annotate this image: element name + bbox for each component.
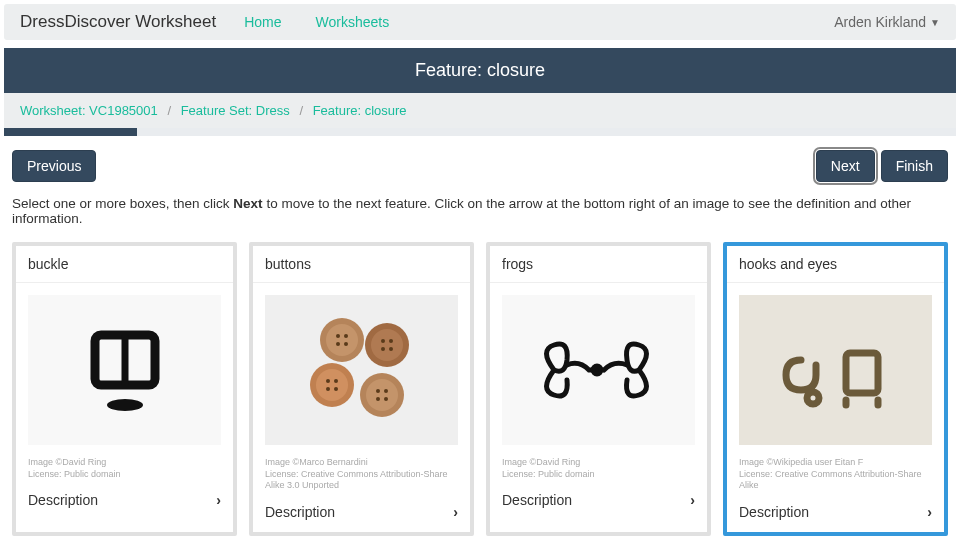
card-header: hooks and eyes (727, 246, 944, 283)
frogs-icon (519, 315, 679, 425)
svg-point-6 (371, 329, 403, 361)
svg-rect-29 (846, 353, 878, 393)
svg-point-26 (384, 397, 388, 401)
svg-point-16 (389, 339, 393, 343)
svg-point-13 (336, 342, 340, 346)
nav-button-row: Previous Next Finish (12, 150, 948, 182)
buckle-icon (65, 310, 185, 430)
feature-card-buckle[interactable]: buckle Image ©David Ring License: Public… (12, 242, 237, 536)
card-credit: Image ©David Ring License: Public domain (490, 457, 707, 484)
svg-point-4 (326, 324, 358, 356)
svg-point-28 (807, 392, 819, 404)
chevron-right-icon: › (927, 504, 932, 520)
card-image (16, 283, 233, 457)
svg-point-17 (381, 347, 385, 351)
card-credit: Image ©Wikipedia user Eitan F License: C… (727, 457, 944, 496)
description-toggle[interactable]: Description › (253, 496, 470, 532)
feature-card-buttons[interactable]: buttons (249, 242, 474, 536)
svg-point-20 (334, 379, 338, 383)
card-credit: Image ©David Ring License: Public domain (16, 457, 233, 484)
card-header: frogs (490, 246, 707, 283)
breadcrumb-featureset[interactable]: Feature Set: Dress (181, 103, 290, 118)
instructions: Select one or more boxes, then click Nex… (12, 196, 948, 226)
hooks-eyes-icon (761, 310, 911, 430)
card-header: buckle (16, 246, 233, 283)
svg-point-27 (593, 366, 601, 374)
svg-point-21 (326, 387, 330, 391)
breadcrumb-sep: / (299, 103, 303, 118)
buttons-icon (287, 295, 437, 445)
description-toggle[interactable]: Description › (727, 496, 944, 532)
nav-worksheets[interactable]: Worksheets (316, 14, 390, 30)
user-name: Arden Kirkland (834, 14, 926, 30)
svg-point-23 (376, 389, 380, 393)
svg-point-24 (384, 389, 388, 393)
svg-point-2 (107, 399, 143, 411)
chevron-right-icon: › (216, 492, 221, 508)
chevron-right-icon: › (690, 492, 695, 508)
breadcrumb-feature[interactable]: Feature: closure (313, 103, 407, 118)
feature-banner: Feature: closure (4, 48, 956, 93)
description-toggle[interactable]: Description › (490, 484, 707, 520)
svg-point-10 (366, 379, 398, 411)
svg-point-8 (316, 369, 348, 401)
svg-point-19 (326, 379, 330, 383)
svg-point-14 (344, 342, 348, 346)
breadcrumb-sep: / (167, 103, 171, 118)
user-menu[interactable]: Arden Kirkland ▼ (834, 14, 940, 30)
svg-point-15 (381, 339, 385, 343)
previous-button[interactable]: Previous (12, 150, 96, 182)
brand-link[interactable]: DressDiscover Worksheet (20, 12, 216, 32)
description-toggle[interactable]: Description › (16, 484, 233, 520)
progress-bar (4, 128, 956, 136)
breadcrumb-worksheet[interactable]: Worksheet: VC1985001 (20, 103, 158, 118)
card-image (253, 283, 470, 457)
caret-down-icon: ▼ (930, 17, 940, 28)
card-credit: Image ©Marco Bernardini License: Creativ… (253, 457, 470, 496)
card-image (490, 283, 707, 457)
svg-point-25 (376, 397, 380, 401)
next-button[interactable]: Next (816, 150, 875, 182)
card-header: buttons (253, 246, 470, 283)
card-image (727, 283, 944, 457)
svg-point-18 (389, 347, 393, 351)
breadcrumb: Worksheet: VC1985001 / Feature Set: Dres… (4, 93, 956, 128)
nav-home[interactable]: Home (244, 14, 281, 30)
svg-point-22 (334, 387, 338, 391)
feature-card-frogs[interactable]: frogs Image ©David Ring (486, 242, 711, 536)
feature-grid: buckle Image ©David Ring License: Public… (12, 242, 948, 536)
chevron-right-icon: › (453, 504, 458, 520)
feature-card-hooks-and-eyes[interactable]: hooks and eyes (723, 242, 948, 536)
banner-title: Feature: closure (415, 60, 545, 80)
finish-button[interactable]: Finish (881, 150, 948, 182)
navbar: DressDiscover Worksheet Home Worksheets … (4, 4, 956, 40)
progress-fill (4, 128, 137, 136)
svg-point-12 (344, 334, 348, 338)
svg-point-11 (336, 334, 340, 338)
